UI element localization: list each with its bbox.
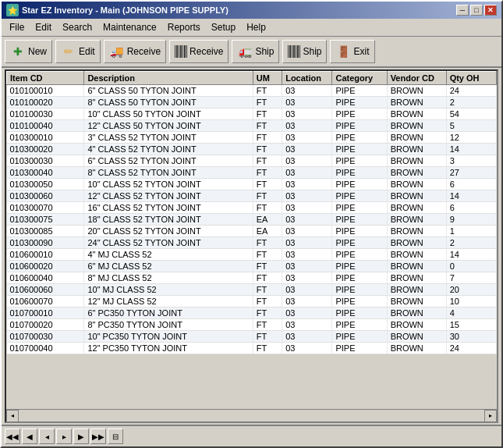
cell-cat: PIPE [332,331,387,343]
cell-desc: 20" CLASS 52 TYTON JOINT [84,226,253,237]
cell-vendor: BROWN [387,120,446,132]
cell-cat: PIPE [332,226,387,237]
menu-file[interactable]: File [5,20,29,34]
cell-itemcd: 010300075 [7,214,84,226]
nav-next-button[interactable]: ▸ [56,428,72,444]
menu-setup[interactable]: Setup [207,20,240,34]
scroll-right-button[interactable]: ▸ [484,410,497,422]
col-header-itemcd[interactable]: Item CD [7,72,84,85]
cell-desc: 16" CLASS 52 TYTON JOINT [84,202,253,214]
cell-vendor: BROWN [387,190,446,202]
cell-desc: 12" CLASS 52 TYTON JOINT [84,190,253,202]
table-row[interactable]: 01070004012" PC350 TYTON JOINTFT03PIPEBR… [7,343,497,354]
receive2-button[interactable]: Receive [169,40,228,63]
table-row[interactable]: 01030007518" CLASS 52 TYTON JOINTEA03PIP… [7,214,497,226]
exit-button[interactable]: 🚪 Exit [330,40,374,63]
col-header-loc[interactable]: Location [282,72,332,85]
cell-cat: PIPE [332,261,387,272]
table-row[interactable]: 0101000106" CLASS 50 TYTON JOINTFT03PIPE… [7,85,497,97]
table-row[interactable]: 0103000306" CLASS 52 TYTON JOINTFT03PIPE… [7,155,497,167]
cell-qty: 2 [446,237,496,249]
maximize-button[interactable]: □ [470,5,483,16]
menu-search[interactable]: Search [58,20,97,34]
cell-itemcd: 010300010 [7,132,84,144]
cell-loc: 03 [282,120,332,132]
table-row[interactable]: 0107000106" PC350 TYTON JOINTFT03PIPEBRO… [7,308,497,319]
table-row[interactable]: 0106000104" MJ CLASS 52FT03PIPEBROWN14 [7,249,497,261]
nav-last-button[interactable]: ▶▶ [90,428,106,444]
table-row[interactable]: 01030007016" CLASS 52 TYTON JOINTFT03PIP… [7,202,497,214]
table-row[interactable]: 0101000208" CLASS 50 TYTON JOINTFT03PIPE… [7,97,497,108]
table-row[interactable]: 0103000103" CLASS 52 TYTON JOINTFT03PIPE… [7,132,497,144]
table-row[interactable]: 01060006010" MJ CLASS 52FT03PIPEBROWN20 [7,284,497,296]
table-row[interactable]: 0103000408" CLASS 52 TYTON JOINTFT03PIPE… [7,167,497,179]
cell-qty: 20 [446,284,496,296]
table-row[interactable]: 01060007012" MJ CLASS 52FT03PIPEBROWN10 [7,296,497,308]
nav-filter-button[interactable]: ⊟ [108,428,123,444]
cell-desc: 6" MJ CLASS 52 [84,261,253,272]
table-row[interactable]: 0107000208" PC350 TYTON JOINTFT03PIPEBRO… [7,319,497,331]
cell-um: FT [253,144,282,155]
cell-desc: 6" PC350 TYTON JOINT [84,308,253,319]
table-row[interactable]: 01030006012" CLASS 52 TYTON JOINTFT03PIP… [7,190,497,202]
cell-loc: 03 [282,261,332,272]
cell-cat: PIPE [332,108,387,120]
nav-prev-skip-button[interactable]: ◀ [22,428,37,444]
table-row[interactable]: 0106000206" MJ CLASS 52FT03PIPEBROWN0 [7,261,497,272]
horizontal-scrollbar[interactable]: ◂ ▸ [6,409,497,421]
cell-loc: 03 [282,214,332,226]
table-row[interactable]: 01070003010" PC350 TYTON JOINTFT03PIPEBR… [7,331,497,343]
menu-reports[interactable]: Reports [163,20,205,34]
cell-um: FT [253,155,282,167]
new-button[interactable]: ✚ New [5,40,52,63]
cell-cat: PIPE [332,237,387,249]
cell-itemcd: 010300030 [7,155,84,167]
col-header-um[interactable]: UM [253,72,282,85]
table-row[interactable]: 01010003010" CLASS 50 TYTON JOINTFT03PIP… [7,108,497,120]
close-button[interactable]: ✕ [484,5,497,16]
scroll-left-button[interactable]: ◂ [6,410,19,422]
ship1-button[interactable]: 🚛 Ship [232,40,279,63]
cell-qty: 10 [446,296,496,308]
cell-desc: 24" CLASS 52 TYTON JOINT [84,237,253,249]
cell-desc: 4" CLASS 52 TYTON JOINT [84,144,253,155]
receive1-label: Receive [127,46,161,57]
menu-maintenance[interactable]: Maintenance [98,20,161,34]
col-header-cat[interactable]: Category [332,72,387,85]
cell-um: FT [253,190,282,202]
scroll-wrapper[interactable]: Item CD Description UM Location Category… [6,71,497,409]
table-row[interactable]: 01030005010" CLASS 52 TYTON JOINTFT03PIP… [7,179,497,190]
minimize-button[interactable]: ─ [456,5,469,16]
ship2-button[interactable]: Ship [282,40,327,63]
col-header-vendor[interactable]: Vendor CD [387,72,446,85]
cell-vendor: BROWN [387,85,446,97]
cell-cat: PIPE [332,144,387,155]
menu-help[interactable]: Help [242,20,271,34]
table-row[interactable]: 01010004012" CLASS 50 TYTON JOINTFT03PIP… [7,120,497,132]
cell-itemcd: 010700030 [7,331,84,343]
scroll-track[interactable] [19,412,484,420]
nav-first-button[interactable]: ◀◀ [5,428,20,444]
col-header-qty[interactable]: Qty OH [446,72,496,85]
cell-um: EA [253,226,282,237]
receive1-button[interactable]: 🚚 Receive [104,40,166,63]
cell-desc: 8" MJ CLASS 52 [84,272,253,284]
nav-prev-button[interactable]: ◂ [39,428,55,444]
cell-loc: 03 [282,167,332,179]
edit-button[interactable]: ✏ Edit [55,40,101,63]
cell-loc: 03 [282,272,332,284]
cell-desc: 8" CLASS 50 TYTON JOINT [84,97,253,108]
menu-edit[interactable]: Edit [30,20,56,34]
table-row[interactable]: 01030008520" CLASS 52 TYTON JOINTEA03PIP… [7,226,497,237]
cell-desc: 3" CLASS 52 TYTON JOINT [84,132,253,144]
cell-vendor: BROWN [387,308,446,319]
cell-vendor: BROWN [387,331,446,343]
table-row[interactable]: 0106000408" MJ CLASS 52FT03PIPEBROWN7 [7,272,497,284]
cell-cat: PIPE [332,284,387,296]
col-header-desc[interactable]: Description [84,72,253,85]
table-row[interactable]: 0103000204" CLASS 52 TYTON JOINTFT03PIPE… [7,144,497,155]
cell-loc: 03 [282,296,332,308]
cell-loc: 03 [282,237,332,249]
nav-next-skip-button[interactable]: ▶ [73,428,89,444]
table-row[interactable]: 01030009024" CLASS 52 TYTON JOINTFT03PIP… [7,237,497,249]
